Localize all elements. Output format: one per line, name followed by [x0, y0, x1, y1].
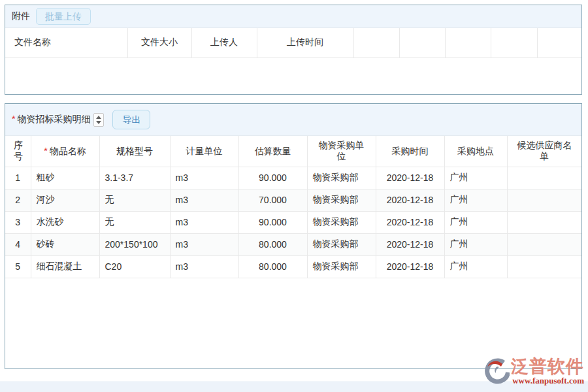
- cell-suppliers: [507, 189, 581, 211]
- attachments-panel-bar: 附件 批量上传: [5, 5, 581, 28]
- table-row[interactable]: 2 河沙 无 m3 70.000 物资采购部 2020-12-18 广州: [5, 189, 581, 211]
- cell-name: 细石混凝土: [31, 255, 99, 278]
- table-row[interactable]: 1 粗砂 3.1-3.7 m3 90.000 物资采购部 2020-12-18 …: [5, 167, 581, 189]
- table-row[interactable]: 4 砂砖 200*150*100 m3 80.000 物资采购部 2020-12…: [5, 233, 581, 255]
- cell-seq: 5: [5, 255, 31, 278]
- col-suppliers: 候选供应商名单: [507, 136, 581, 167]
- cell-spec: 无: [99, 189, 170, 211]
- fanpu-watermark: 泛普软件 www.fanpusoft.com: [483, 357, 584, 386]
- sort-down-icon: [96, 121, 101, 124]
- cell-qty: 70.000: [238, 189, 307, 211]
- cell-qty: 80.000: [238, 233, 307, 255]
- sort-up-icon: [96, 116, 101, 119]
- cell-date: 2020-12-18: [376, 211, 444, 233]
- cell-place: 广州: [444, 211, 507, 233]
- col-empty-2: [399, 28, 445, 57]
- export-button[interactable]: 导出: [112, 110, 150, 129]
- col-file-size: 文件大小: [127, 28, 191, 57]
- batch-upload-button[interactable]: 批量上传: [36, 8, 91, 25]
- col-place: 采购地点: [444, 136, 507, 167]
- col-qty: 估算数量: [238, 136, 307, 167]
- cell-name: 河沙: [31, 189, 99, 211]
- sort-arrows-icon[interactable]: [93, 113, 104, 127]
- cell-spec: 200*150*100: [99, 233, 170, 255]
- details-panel: *物资招标采购明细 导出 序号 *物品名称 规格型号 计量单位 估算数量 物资采…: [5, 103, 582, 369]
- cell-date: 2020-12-18: [376, 255, 444, 278]
- col-empty-1: [353, 28, 399, 57]
- cell-dept: 物资采购部: [307, 233, 376, 255]
- details-header-row: 序号 *物品名称 规格型号 计量单位 估算数量 物资采购单位 采购时间 采购地点…: [5, 136, 581, 167]
- cell-unit: m3: [170, 233, 238, 255]
- cell-date: 2020-12-18: [376, 167, 444, 189]
- cell-unit: m3: [170, 167, 238, 189]
- cell-dept: 物资采购部: [307, 211, 376, 233]
- table-row[interactable]: 5 细石混凝土 C20 m3 80.000 物资采购部 2020-12-18 广…: [5, 255, 581, 278]
- attachments-table: 文件名称 文件大小 上传人 上传时间: [5, 28, 581, 58]
- attachments-title: 附件: [12, 10, 30, 22]
- brand-name: 泛普软件: [511, 357, 584, 376]
- cell-suppliers: [507, 233, 581, 255]
- brand-url: www.fanpusoft.com: [512, 376, 584, 385]
- cell-dept: 物资采购部: [307, 255, 376, 278]
- cell-unit: m3: [170, 189, 238, 211]
- attachments-header-row: 文件名称 文件大小 上传人 上传时间: [5, 28, 581, 57]
- col-empty-5: [537, 28, 581, 57]
- col-item-name: *物品名称: [31, 136, 99, 167]
- col-unit: 计量单位: [170, 136, 238, 167]
- table-row[interactable]: 3 水洗砂 无 m3 90.000 物资采购部 2020-12-18 广州: [5, 211, 581, 233]
- cell-seq: 3: [5, 211, 31, 233]
- details-panel-bar: *物资招标采购明细 导出: [5, 104, 581, 136]
- cell-qty: 90.000: [238, 167, 307, 189]
- cell-seq: 4: [5, 233, 31, 255]
- cell-dept: 物资采购部: [307, 167, 376, 189]
- details-title: *物资招标采购明细: [12, 114, 90, 125]
- col-empty-3: [445, 28, 491, 57]
- required-mark: *: [12, 114, 15, 124]
- cell-spec: 无: [99, 211, 170, 233]
- details-table: 序号 *物品名称 规格型号 计量单位 估算数量 物资采购单位 采购时间 采购地点…: [5, 136, 581, 278]
- cell-seq: 2: [5, 189, 31, 211]
- cell-place: 广州: [444, 233, 507, 255]
- col-file-name: 文件名称: [5, 28, 127, 57]
- cell-spec: C20: [99, 255, 170, 278]
- col-uploader: 上传人: [191, 28, 257, 57]
- col-date: 采购时间: [376, 136, 444, 167]
- cell-suppliers: [507, 211, 581, 233]
- col-seq: 序号: [5, 136, 31, 167]
- cell-name: 粗砂: [31, 167, 99, 189]
- col-empty-4: [491, 28, 537, 57]
- attachments-panel: 附件 批量上传 文件名称 文件大小 上传人 上传时间: [5, 5, 582, 95]
- cell-seq: 1: [5, 167, 31, 189]
- cell-place: 广州: [444, 255, 507, 278]
- col-dept: 物资采购单位: [307, 136, 376, 167]
- attachments-empty-body: [5, 58, 581, 92]
- fanpu-logo-icon: [483, 358, 510, 386]
- cell-qty: 90.000: [238, 211, 307, 233]
- required-mark: *: [44, 146, 47, 156]
- cell-place: 广州: [444, 189, 507, 211]
- col-upload-time: 上传时间: [257, 28, 353, 57]
- col-spec: 规格型号: [99, 136, 170, 167]
- cell-name: 砂砖: [31, 233, 99, 255]
- cell-dept: 物资采购部: [307, 189, 376, 211]
- cell-qty: 80.000: [238, 255, 307, 278]
- cell-spec: 3.1-3.7: [99, 167, 170, 189]
- cell-unit: m3: [170, 211, 238, 233]
- cell-name: 水洗砂: [31, 211, 99, 233]
- cell-date: 2020-12-18: [376, 233, 444, 255]
- details-title-text: 物资招标采购明细: [17, 114, 90, 124]
- cell-suppliers: [507, 255, 581, 278]
- cell-unit: m3: [170, 255, 238, 278]
- cell-date: 2020-12-18: [376, 189, 444, 211]
- cell-suppliers: [507, 167, 581, 189]
- cell-place: 广州: [444, 167, 507, 189]
